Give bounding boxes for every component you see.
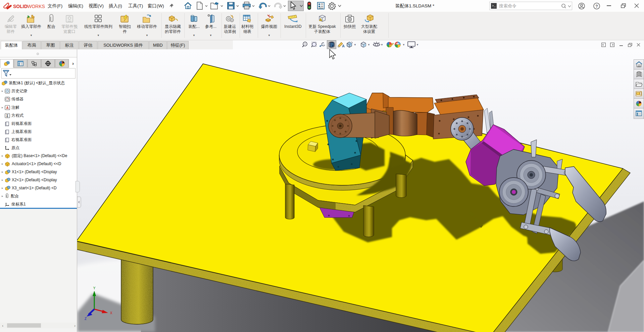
svg-text:SOLID: SOLID: [13, 4, 28, 9]
svg-text:?: ?: [595, 4, 598, 9]
svg-text:A: A: [342, 44, 345, 48]
svg-text:X: X: [110, 311, 112, 315]
svg-text:!: !: [320, 19, 321, 21]
svg-text:Z: Z: [85, 317, 87, 321]
svg-text:Y: Y: [93, 286, 96, 290]
svg-text:A: A: [6, 106, 8, 109]
svg-text:WORKS: WORKS: [27, 4, 45, 9]
svg-text:Σ: Σ: [6, 114, 8, 117]
